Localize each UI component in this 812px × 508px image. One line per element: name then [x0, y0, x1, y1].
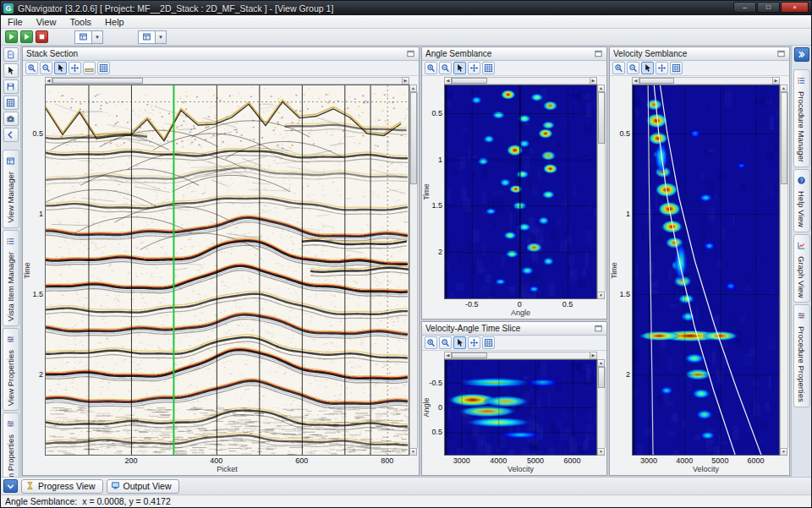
pointer-tool-button[interactable] [54, 62, 67, 74]
scroll-down-button[interactable]: ▼ [597, 292, 605, 299]
minimize-button[interactable]: – [733, 2, 756, 13]
scrollbar-thumb[interactable] [598, 367, 605, 388]
vertical-scrollbar[interactable]: ▲▼ [597, 85, 606, 299]
grid-tool-button[interactable] [482, 336, 495, 349]
velocity-semblance-canvas[interactable] [633, 85, 779, 455]
scrollbar-thumb[interactable] [452, 78, 487, 84]
move-tool-button[interactable] [468, 336, 480, 349]
sidebar-tab-view-manager[interactable]: View Manager [3, 150, 19, 228]
move-tool-button[interactable] [69, 62, 81, 74]
horizontal-scrollbar[interactable]: ◀▶ [444, 352, 597, 359]
titlebar[interactable]: G GNavigator [3.2.0.6] [ Project: MF__2D… [1, 1, 811, 15]
output-view-button[interactable]: Output View [107, 479, 179, 494]
scroll-left-button[interactable]: ◀ [45, 77, 52, 85]
scrollbar-thumb[interactable] [452, 352, 487, 358]
menu-tools[interactable]: Tools [63, 16, 98, 28]
zoom-out-tool-button[interactable] [627, 62, 639, 74]
vertical-scrollbar[interactable]: ▲▼ [597, 359, 606, 456]
zoom-in-tool-button[interactable] [25, 62, 38, 74]
collapse-bottom-button[interactable] [3, 479, 18, 493]
scrollbar-track[interactable] [452, 77, 590, 85]
layout-button[interactable] [3, 96, 19, 110]
maximize-button[interactable]: □ [757, 2, 780, 13]
scrollbar-thumb[interactable] [639, 78, 674, 84]
horizontal-scrollbar[interactable]: ◀▶ [444, 77, 597, 85]
menu-file[interactable]: File [1, 16, 30, 28]
stop-button[interactable] [36, 30, 48, 43]
collapse-left-button[interactable] [3, 128, 19, 142]
run-all-button[interactable] [20, 30, 33, 43]
float-panel-icon[interactable] [593, 49, 603, 59]
float-panel-icon[interactable] [776, 49, 786, 59]
pointer-tool-button[interactable] [641, 62, 654, 74]
scroll-left-button[interactable]: ◀ [444, 77, 452, 85]
float-panel-icon[interactable] [405, 49, 415, 59]
snapshot-button[interactable] [3, 112, 19, 126]
zoom-out-tool-button[interactable] [40, 62, 52, 74]
scrollbar-track[interactable] [639, 77, 772, 85]
expand-right-button[interactable] [794, 47, 809, 62]
display-combo-1[interactable]: ▼ [74, 30, 103, 44]
pointer-tool-button[interactable] [453, 336, 466, 349]
scroll-up-button[interactable]: ▲ [780, 85, 787, 92]
pointer-tool-button[interactable] [453, 62, 466, 74]
panel-header[interactable]: Stack Section [23, 47, 419, 61]
scroll-up-button[interactable]: ▲ [597, 85, 605, 92]
dropdown-arrow-icon[interactable]: ▼ [91, 31, 102, 43]
sidebar-tab-vista-item-properties[interactable]: Vista Item Properties [3, 412, 19, 477]
time-slice-canvas[interactable] [445, 360, 596, 455]
horizontal-scrollbar[interactable]: ◀▶ [632, 77, 780, 85]
scrollbar-thumb[interactable] [410, 92, 417, 184]
zoom-in-tool-button[interactable] [425, 336, 437, 349]
scroll-right-button[interactable]: ▶ [772, 77, 780, 85]
close-button[interactable]: × [781, 2, 809, 13]
scroll-right-button[interactable]: ▶ [402, 77, 409, 85]
angle-semblance-canvas[interactable] [445, 85, 596, 298]
panel-header[interactable]: Velocity Semblance [610, 47, 789, 61]
grid-tool-button[interactable] [482, 62, 495, 74]
scrollbar-track[interactable] [597, 92, 606, 292]
scroll-down-button[interactable]: ▼ [597, 448, 605, 456]
move-tool-button[interactable] [656, 62, 668, 74]
sidebar-tab-help-view[interactable]: ?Help View [793, 169, 810, 232]
new-view-button[interactable] [3, 47, 19, 62]
scroll-down-button[interactable]: ▼ [780, 448, 787, 456]
progress-view-button[interactable]: Progress View [21, 479, 103, 494]
scroll-left-button[interactable]: ◀ [632, 77, 639, 85]
scrollbar-track[interactable] [452, 352, 590, 359]
menu-help[interactable]: Help [98, 16, 131, 28]
vertical-scrollbar[interactable]: ▲▼ [780, 85, 788, 456]
panel-header[interactable]: Angle Semblance [422, 47, 606, 61]
scroll-up-button[interactable]: ▲ [409, 85, 417, 92]
zoom-out-tool-button[interactable] [439, 336, 452, 349]
scroll-right-button[interactable]: ▶ [590, 352, 597, 359]
display-combo-2[interactable]: ▼ [138, 30, 167, 44]
sidebar-tab-procedure-properties[interactable]: Procedure Properties [793, 304, 810, 407]
scroll-right-button[interactable]: ▶ [590, 77, 597, 85]
sidebar-tab-procedure-manager[interactable]: Procedure Manager [793, 69, 810, 167]
grid-tool-button[interactable] [97, 62, 110, 74]
scrollbar-thumb[interactable] [781, 92, 787, 184]
scrollbar-track[interactable] [409, 92, 418, 448]
scroll-left-button[interactable]: ◀ [444, 352, 452, 359]
panel-header[interactable]: Velocity-Angle Time Slice [422, 322, 606, 336]
scrollbar-thumb[interactable] [598, 92, 605, 144]
horizontal-scrollbar[interactable]: ◀▶ [45, 77, 409, 85]
scrollbar-track[interactable] [597, 367, 606, 448]
stack-plot-canvas[interactable] [46, 85, 409, 455]
dropdown-arrow-icon[interactable]: ▼ [155, 31, 166, 43]
run-button[interactable] [5, 30, 18, 43]
save-view-button[interactable] [3, 79, 19, 94]
grid-tool-button[interactable] [670, 62, 683, 74]
zoom-in-tool-button[interactable] [612, 62, 625, 74]
zoom-in-tool-button[interactable] [425, 62, 437, 74]
sidebar-tab-graph-view[interactable]: Graph View [793, 234, 810, 303]
ruler-tool-button[interactable] [83, 62, 96, 74]
scroll-down-button[interactable]: ▼ [409, 448, 417, 456]
menu-view[interactable]: View [30, 16, 63, 28]
sidebar-tab-vista-item-manager[interactable]: Vista Item Manager [3, 230, 19, 326]
move-tool-button[interactable] [468, 62, 480, 74]
scrollbar-track[interactable] [780, 92, 788, 448]
zoom-out-tool-button[interactable] [439, 62, 452, 74]
scrollbar-track[interactable] [52, 77, 402, 85]
